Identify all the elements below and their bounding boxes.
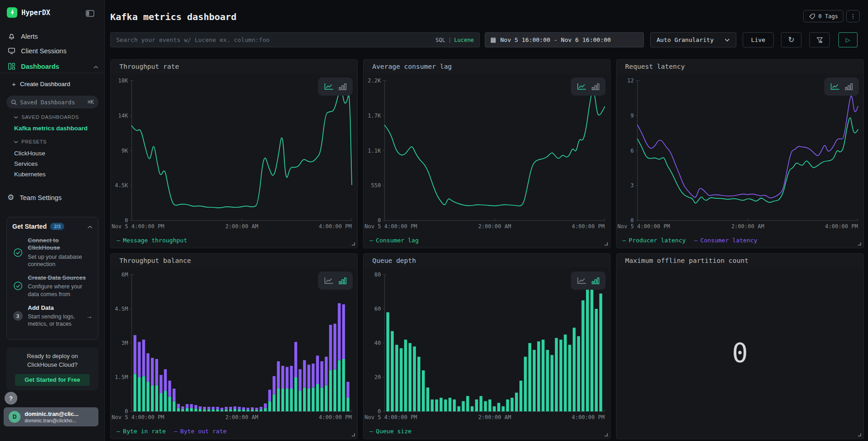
deploy-card: Ready to deploy on ClickHouse Cloud? Get… [6,347,98,390]
chart-type-toggle [571,272,606,290]
tags-button[interactable]: 0 Tags [803,10,843,22]
line-chart-icon[interactable] [324,83,334,91]
bar-chart-icon[interactable] [339,83,347,91]
query-language-toggle[interactable]: SQL | Lucene [436,37,474,43]
sidebar-collapse-icon[interactable] [86,10,94,19]
hyperdx-logo-icon [7,7,17,18]
bar-chart-icon[interactable] [845,83,853,91]
chart-canvas[interactable]: 036912Nov 5 4:00:00 PM2:00:00 AM4:00:00 … [616,73,863,232]
svg-text:1.5M: 1.5M [115,374,128,380]
resize-handle[interactable] [605,433,608,436]
svg-text:Nov 5 4:00:00 PM: Nov 5 4:00:00 PM [112,414,164,420]
big-number-value: 0 [616,267,863,439]
chevron-down-icon [724,38,730,42]
live-button[interactable]: Live [743,32,774,47]
sidebar-item-dashboards[interactable]: Dashboards [0,60,105,72]
create-dashboard-button[interactable]: + Create Dashboard [0,78,105,89]
resize-handle[interactable] [858,433,861,436]
resize-handle[interactable] [352,433,355,436]
resize-handle[interactable] [352,242,355,246]
step-create-data-sources[interactable]: Create Data Sources Configure where your… [12,274,92,298]
chart-panel-throughput-balance: Throughput balance 01.5M3M4.5M6MNov 5 4:… [110,253,358,439]
panel-title: Throughput rate [119,63,179,70]
line-chart-icon[interactable] [324,277,334,285]
sidebar-item-services[interactable]: Services [14,160,38,167]
chart-canvas[interactable]: 04.5K9K14K18KNov 5 4:00:00 PM2:00:00 AM4… [111,73,357,232]
help-button[interactable]: ? [5,392,17,405]
bar-chart-icon[interactable] [339,277,347,285]
legend-label: Consumer lag [376,237,419,244]
panel-title: Throughput balance [119,257,191,264]
get-started-header[interactable]: Get Started 2/3 [12,222,92,231]
chevron-up-icon[interactable] [93,63,98,70]
presets-section[interactable]: PRESETS [14,139,47,144]
run-query-button[interactable]: ▷ [838,32,858,47]
date-range-picker[interactable]: Nov 5 16:00:00 - Nov 6 16:00:00 [485,32,644,47]
chart-legend: —Queue size [364,423,610,439]
chart-panel-max-offline-partition-count: Maximum offline partition count 0 [616,253,864,439]
line-chart-icon[interactable] [577,83,587,91]
resize-handle[interactable] [605,242,608,246]
get-started-free-button[interactable]: Get Started for Free [15,374,90,386]
sql-option[interactable]: SQL [436,37,446,43]
more-options-button[interactable]: ⋮ [846,10,860,22]
svg-text:4.5K: 4.5K [115,182,128,189]
search-input[interactable] [116,36,436,43]
sidebar-item-client-sessions[interactable]: Client Sessions [0,45,105,57]
panel-title: Maximum offline partition count [625,257,749,264]
chart-canvas[interactable]: 05501.1K1.7K2.2KNov 5 4:00:00 PM2:00:00 … [364,73,610,232]
bar-chart-icon[interactable] [591,83,600,91]
resize-handle[interactable] [858,242,861,246]
legend-item[interactable]: —Producer latency [622,237,686,244]
sidebar-item-kafka-dashboard[interactable]: Kafka metrics dashboard [14,125,87,132]
svg-text:0: 0 [378,408,381,415]
brand-name: HyperDX [21,9,50,17]
legend-item[interactable]: —Consumer lag [370,237,419,244]
svg-text:2:00:00 AM: 2:00:00 AM [731,223,764,230]
user-menu[interactable]: D dominic.tran@clic... dominic.tran@clic… [4,407,98,426]
svg-text:2:00:00 AM: 2:00:00 AM [478,414,511,420]
legend-item[interactable]: —Byte in rate [117,428,166,435]
filter-button[interactable] [809,32,830,47]
saved-dashboards-search[interactable]: Saved Dashboards ⌘K [6,96,98,108]
sidebar-item-alerts[interactable]: Alerts [0,30,105,42]
saved-dashboards-section[interactable]: SAVED DASHBOARDS [14,114,79,120]
chart-type-toggle [318,272,353,290]
gear-icon: ⚙ [7,194,14,201]
user-name: dominic.tran@clic... [25,411,78,417]
legend-item[interactable]: —Byte out rate [174,428,227,435]
bar-chart-icon[interactable] [591,277,600,285]
legend-item[interactable]: —Message throughput [117,237,187,244]
avatar: D [9,411,21,423]
chart-panel-request-latency: Request latency 036912Nov 5 4:00:00 PM2:… [616,59,864,248]
page-title: Kafka metrics dashboard [110,11,236,22]
chart-canvas[interactable]: 020406080Nov 5 4:00:00 PM2:00:00 AM4:00:… [364,267,610,423]
tag-icon [809,13,815,20]
chart-legend: —Producer latency—Consumer latency [616,232,863,248]
chevron-down-icon [14,140,18,144]
refresh-icon: ↻ [788,35,794,45]
lucene-option[interactable]: Lucene [454,37,474,43]
legend-item[interactable]: —Consumer latency [694,237,757,244]
sidebar-item-clickhouse[interactable]: ClickHouse [14,150,45,157]
svg-text:Nov 5 4:00:00 PM: Nov 5 4:00:00 PM [365,414,417,420]
line-chart-icon[interactable] [830,83,840,91]
sidebar-item-kubernetes[interactable]: Kubernetes [14,171,46,178]
svg-text:4:00:00 PM: 4:00:00 PM [572,223,605,230]
chart-type-toggle [571,77,606,96]
sidebar: HyperDX Alerts Client Sessions Dashboard… [0,0,105,441]
chart-canvas[interactable]: 01.5M3M4.5M6MNov 5 4:00:00 PM2:00:00 AM4… [111,267,357,423]
legend-item[interactable]: —Queue size [370,428,411,435]
svg-text:0: 0 [125,408,128,415]
svg-text:4:00:00 PM: 4:00:00 PM [319,414,352,420]
chevron-up-icon[interactable] [87,222,92,231]
refresh-button[interactable]: ↻ [781,32,801,47]
line-chart-icon[interactable] [577,277,587,285]
granularity-select[interactable]: Auto Granularity [650,32,736,47]
step-connect-clickhouse[interactable]: Connect to ClickHouse Set up your databa… [12,237,92,268]
sidebar-item-team-settings[interactable]: ⚙ Team Settings [0,191,105,204]
legend-label: Message throughput [123,237,187,244]
chart-legend: —Message throughput [111,232,357,248]
legend-dash-icon: — [370,237,373,244]
step-add-data[interactable]: 3 Add Data Start sending logs, metrics, … [12,304,92,328]
